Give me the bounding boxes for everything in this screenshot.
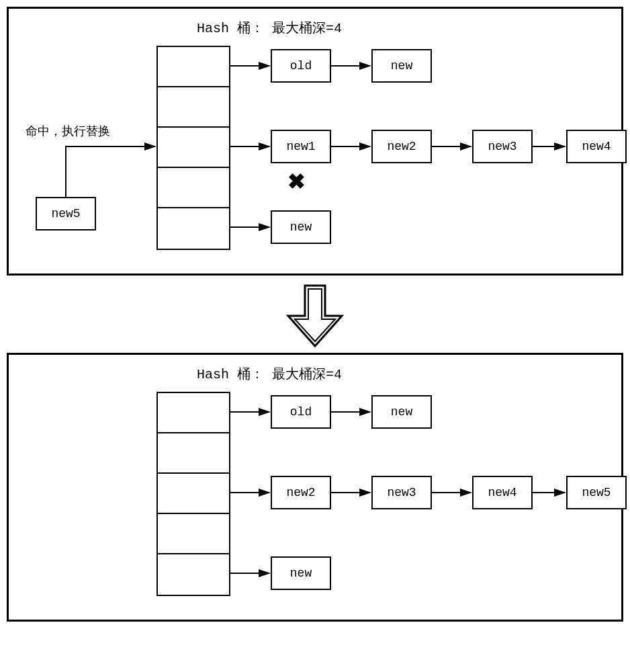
chain-node: new3 bbox=[472, 130, 533, 163]
bottom-title: Hash 桶： 最大桶深=4 bbox=[197, 365, 342, 383]
chain-node: old bbox=[271, 49, 331, 83]
chain-node: old bbox=[271, 395, 331, 429]
before-panel: Hash 桶： 最大桶深=4 命中，执行替换 new5 old new new1… bbox=[7, 7, 623, 276]
bucket-row bbox=[158, 554, 229, 595]
bucket-row bbox=[158, 393, 229, 433]
hash-bucket-table bbox=[156, 392, 230, 596]
down-arrow-icon bbox=[285, 282, 345, 349]
bucket-row bbox=[158, 208, 229, 249]
chain-node: new bbox=[371, 49, 432, 83]
chain-node: new bbox=[371, 395, 432, 429]
bucket-row bbox=[158, 168, 229, 208]
chain-node: new1 bbox=[271, 130, 331, 163]
chain-node: new4 bbox=[472, 476, 533, 509]
delete-x-icon: ✖ bbox=[287, 169, 306, 194]
bucket-row bbox=[158, 87, 229, 128]
incoming-node: new5 bbox=[36, 197, 96, 230]
chain-node: new bbox=[271, 556, 331, 590]
chain-node: new4 bbox=[566, 130, 627, 163]
chain-node: new3 bbox=[371, 476, 432, 509]
bucket-row bbox=[158, 433, 229, 474]
bucket-row bbox=[158, 514, 229, 554]
bucket-row bbox=[158, 474, 229, 514]
bucket-row bbox=[158, 47, 229, 87]
chain-node: new2 bbox=[371, 130, 432, 163]
after-panel: Hash 桶： 最大桶深=4 old new new2 new3 new4 ne… bbox=[7, 353, 623, 622]
hit-label: 命中，执行替换 bbox=[26, 123, 110, 139]
chain-node: new5 bbox=[566, 476, 627, 509]
top-title: Hash 桶： 最大桶深=4 bbox=[197, 19, 342, 37]
bucket-row bbox=[158, 128, 229, 168]
chain-node: new bbox=[271, 210, 331, 244]
hash-bucket-table bbox=[156, 46, 230, 250]
transition-arrow bbox=[7, 282, 623, 349]
chain-node: new2 bbox=[271, 476, 331, 509]
